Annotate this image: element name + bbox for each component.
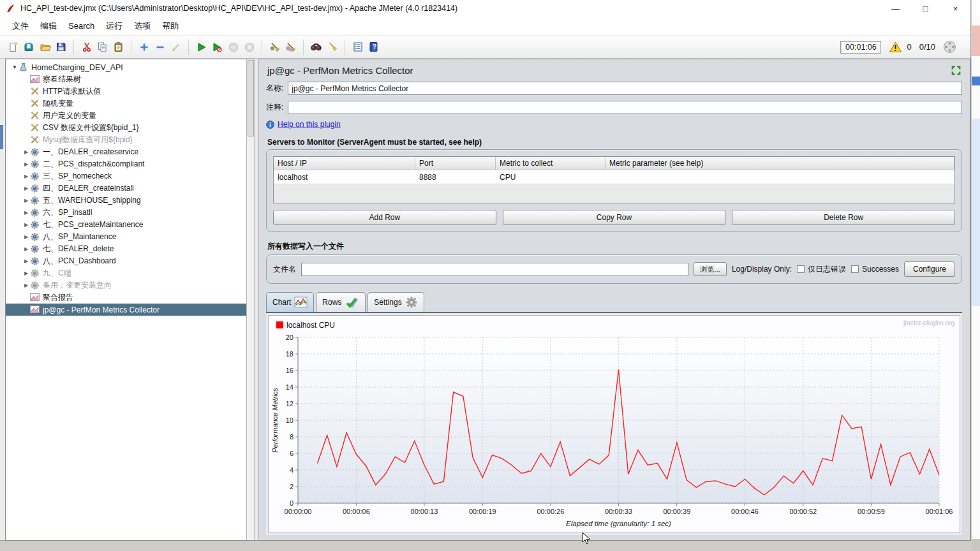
new-file-icon[interactable] — [5, 39, 21, 55]
table-cell[interactable]: 8888 — [415, 170, 496, 184]
toolbar-icons: STOP? — [5, 39, 382, 55]
table-column-header[interactable]: Metric to collect — [496, 157, 605, 170]
copy-row-button[interactable]: Copy Row — [503, 210, 726, 225]
tree-item[interactable]: ▶九、C端 — [6, 267, 246, 279]
tree-item[interactable]: ▶六、SP_insatll — [6, 207, 246, 219]
clear-all-icon[interactable] — [283, 39, 299, 55]
cut-icon[interactable] — [78, 39, 94, 55]
search-icon[interactable] — [308, 39, 324, 55]
help-icon[interactable]: ? — [366, 39, 382, 55]
tree-item[interactable]: ▶七、DEALER_delete — [6, 243, 246, 255]
tree-root-item[interactable]: ▼HomeCharging_DEV_API — [6, 61, 246, 73]
log-warning-icon[interactable] — [889, 41, 902, 53]
gear-blue-icon — [30, 147, 40, 157]
toggle-icon[interactable] — [168, 39, 184, 55]
stop-icon[interactable]: STOP — [225, 39, 241, 55]
menu-item[interactable]: 帮助 — [156, 18, 184, 34]
tree-item[interactable]: Mysql数据库查可用${bpid} — [6, 134, 246, 146]
tree-item[interactable]: 察看结果树 — [6, 73, 246, 85]
comment-input[interactable] — [288, 101, 962, 114]
tree-scrollbar[interactable] — [246, 59, 255, 540]
chart-icon — [30, 305, 40, 314]
expand-panel-icon[interactable] — [951, 66, 961, 75]
tree-item[interactable]: ▶一、DEALER_createservice — [6, 146, 246, 158]
browse-button[interactable]: 浏览... — [694, 262, 727, 276]
minimize-button[interactable]: — — [880, 0, 910, 17]
tree-item[interactable]: 用户定义的变量 — [6, 110, 246, 122]
table-column-header[interactable]: Port — [415, 157, 496, 170]
open-icon[interactable] — [37, 39, 53, 55]
servers-table[interactable]: Host / IPPortMetric to collectMetric par… — [273, 156, 955, 203]
svg-text:00:00:46: 00:00:46 — [731, 508, 759, 515]
tree-item[interactable]: ▶八、SP_Maintanence — [6, 231, 246, 243]
tab-rows[interactable]: Rows — [316, 292, 366, 312]
expand-arrow-icon[interactable]: ▶ — [22, 258, 30, 264]
tree-item[interactable]: ▶三、SP_homecheck — [6, 170, 246, 182]
expand-arrow-icon[interactable]: ▶ — [22, 173, 30, 179]
table-row[interactable]: localhost8888CPU — [274, 170, 954, 184]
expand-arrow-icon[interactable]: ▶ — [22, 161, 30, 167]
collapse-icon[interactable] — [152, 39, 168, 55]
maximize-button[interactable]: □ — [910, 0, 940, 17]
start-icon[interactable] — [193, 39, 209, 55]
expand-arrow-icon[interactable]: ▶ — [22, 270, 30, 276]
tab-chart[interactable]: Chart — [266, 292, 314, 312]
expand-arrow-icon[interactable]: ▶ — [22, 198, 30, 203]
tree-item[interactable]: jp@gc - PerfMon Metrics Collector — [6, 304, 246, 316]
shutdown-icon[interactable] — [241, 39, 257, 55]
start-no-pauses-icon[interactable] — [209, 39, 225, 55]
tree-item-label: 察看结果树 — [43, 74, 81, 85]
tree-item[interactable]: ▶备用：变更安装意向 — [6, 279, 246, 291]
tree-item[interactable]: 随机变量 — [6, 98, 246, 110]
filename-input[interactable] — [301, 263, 688, 276]
expand-arrow-icon[interactable]: ▶ — [22, 222, 30, 228]
tab-settings[interactable]: Settings — [368, 292, 424, 312]
tree-item[interactable]: HTTP请求默认值 — [6, 85, 246, 98]
tree-item[interactable]: ▶五、WAREHOUSE_shipping — [6, 195, 246, 207]
expand-arrow-icon[interactable]: ▶ — [22, 234, 30, 240]
search-reset-icon[interactable] — [324, 39, 340, 55]
configure-button[interactable]: Configure — [904, 261, 955, 277]
table-column-header[interactable]: Metric parameter (see help) — [605, 157, 954, 170]
menu-item[interactable]: Search — [63, 18, 100, 33]
close-button[interactable]: × — [940, 0, 970, 17]
expand-arrow-icon[interactable]: ▶ — [22, 186, 30, 191]
tree-item[interactable]: 聚合报告 — [6, 291, 246, 304]
tree-item[interactable]: ▶八、PCN_Dashboard — [6, 255, 246, 267]
tree-item[interactable]: ▶七、PCS_createMaintanence — [6, 219, 246, 231]
expand-arrow-icon[interactable]: ▶ — [22, 246, 30, 252]
help-plugin-link[interactable]: Help on this plugin — [278, 120, 341, 129]
successes-checkbox[interactable] — [851, 265, 859, 273]
tree-item[interactable]: ▶二、PCS_dispatch&compliant — [6, 158, 246, 170]
expand-icon[interactable] — [136, 39, 152, 55]
gear-gray-icon — [30, 268, 40, 278]
expand-arrow-icon[interactable]: ▶ — [22, 149, 30, 155]
menu-item[interactable]: 运行 — [100, 18, 128, 34]
tree-item-label: 九、C端 — [43, 268, 71, 279]
table-cell[interactable] — [605, 170, 954, 184]
tab-label: Settings — [374, 298, 401, 307]
collapse-arrow-icon[interactable]: ▼ — [11, 64, 19, 70]
table-cell[interactable]: CPU — [496, 170, 605, 184]
name-input[interactable] — [288, 82, 962, 95]
errors-only-checkbox[interactable] — [797, 265, 805, 273]
paste-icon[interactable] — [110, 39, 126, 55]
table-cell[interactable]: localhost — [274, 170, 415, 184]
delete-row-button[interactable]: Delete Row — [732, 210, 955, 225]
tree-item[interactable]: ▶四、DEALER_createinstall — [6, 182, 246, 195]
menu-item[interactable]: 文件 — [6, 18, 34, 34]
table-column-header[interactable]: Host / IP — [274, 157, 415, 170]
add-row-button[interactable]: Add Row — [273, 210, 496, 225]
expand-arrow-icon[interactable]: ▶ — [22, 210, 30, 216]
save-icon[interactable] — [53, 39, 69, 55]
servers-row-buttons: Add RowCopy RowDelete Row — [273, 210, 955, 225]
expand-arrow-icon[interactable]: ▶ — [22, 283, 30, 288]
menu-item[interactable]: 选项 — [128, 18, 156, 34]
clear-icon[interactable] — [267, 39, 283, 55]
svg-text:00:00:06: 00:00:06 — [343, 508, 370, 515]
tree-item[interactable]: CSV 数据文件设置${bpid_1} — [6, 122, 246, 134]
copy-icon[interactable] — [94, 39, 110, 55]
menu-item[interactable]: 编辑 — [34, 18, 63, 34]
function-helper-icon[interactable] — [350, 39, 366, 55]
template-icon[interactable] — [21, 39, 37, 55]
